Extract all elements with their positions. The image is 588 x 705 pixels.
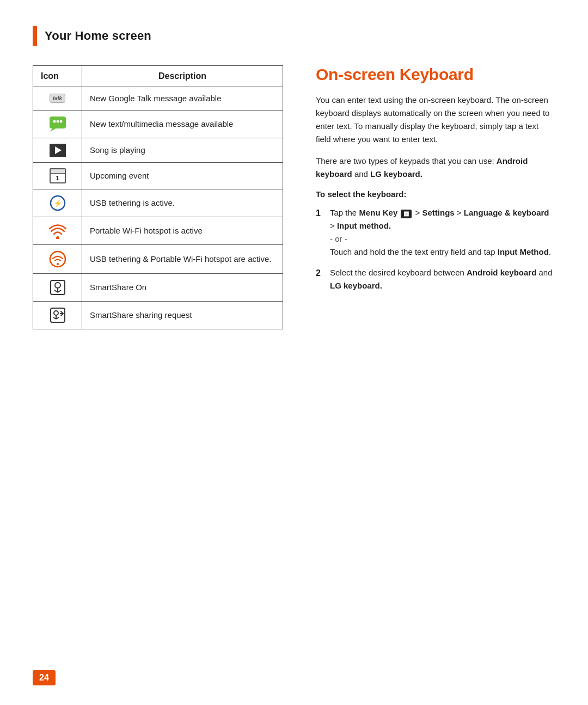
google-talk-icon: talk bbox=[41, 94, 74, 103]
right-column: On-screen Keyboard You can enter text us… bbox=[316, 65, 555, 300]
table-row: ⚡ USB tethering is active. bbox=[33, 189, 283, 217]
table-cell-desc: Song is playing bbox=[82, 138, 283, 162]
smartshare-on-icon bbox=[41, 279, 74, 296]
usb-wifi-icon bbox=[41, 250, 74, 268]
select-keyboard-label: To select the keyboard: bbox=[316, 189, 555, 199]
table-row: Song is playing bbox=[33, 138, 283, 162]
menu-key-icon: ▦ bbox=[401, 210, 412, 218]
orange-bar-decoration bbox=[33, 26, 37, 46]
onscreen-keyboard-heading: On-screen Keyboard bbox=[316, 65, 555, 84]
section-title: Your Home screen bbox=[45, 29, 151, 43]
list-item: 1 Tap the Menu Key ▦ > Settings > Langua… bbox=[316, 206, 555, 259]
section-header: Your Home screen bbox=[33, 26, 555, 46]
table-row: New text/multimedia message available bbox=[33, 110, 283, 138]
step-1-content: Tap the Menu Key ▦ > Settings > Language… bbox=[330, 206, 555, 259]
table-row: 1 Upcoming event bbox=[33, 162, 283, 189]
step-2-content: Select the desired keyboard between Andr… bbox=[330, 266, 555, 292]
table-row: talk New Google Talk message available bbox=[33, 87, 283, 111]
main-content: Icon Description talk New Google Talk me… bbox=[33, 65, 555, 329]
page-number: 24 bbox=[33, 670, 56, 685]
table-row: USB tethering & Portable Wi-Fi hotspot a… bbox=[33, 244, 283, 273]
svg-point-16 bbox=[54, 311, 58, 315]
keyboard2-label: LG keyboard. bbox=[370, 169, 422, 179]
list-item: 2 Select the desired keyboard between An… bbox=[316, 266, 555, 292]
step-number: 2 bbox=[316, 266, 324, 292]
calendar-icon: 1 bbox=[41, 168, 74, 183]
and-text: and bbox=[354, 169, 368, 179]
usb-tether-icon: ⚡ bbox=[41, 195, 74, 211]
steps-list: 1 Tap the Menu Key ▦ > Settings > Langua… bbox=[316, 206, 555, 292]
table-row: SmartShare On bbox=[33, 273, 283, 301]
svg-point-7 bbox=[56, 236, 59, 239]
svg-marker-4 bbox=[50, 128, 56, 132]
table-row: Portable Wi-Fi hotspot is active bbox=[33, 217, 283, 244]
svg-point-11 bbox=[55, 283, 60, 288]
step-number: 1 bbox=[316, 206, 324, 259]
svg-point-1 bbox=[53, 120, 56, 122]
table-cell-desc: USB tethering & Portable Wi-Fi hotspot a… bbox=[82, 244, 283, 273]
icon-table: Icon Description talk New Google Talk me… bbox=[33, 65, 283, 329]
svg-point-3 bbox=[59, 120, 62, 122]
svg-point-9 bbox=[57, 263, 59, 265]
svg-point-2 bbox=[56, 120, 59, 122]
table-cell-desc: USB tethering is active. bbox=[82, 189, 283, 217]
table-cell-desc: Portable Wi-Fi hotspot is active bbox=[82, 217, 283, 244]
smartshare-request-icon bbox=[41, 307, 74, 323]
col-header-icon: Icon bbox=[33, 66, 82, 87]
table-row: SmartShare sharing request bbox=[33, 301, 283, 329]
table-cell-desc: Upcoming event bbox=[82, 162, 283, 189]
types-text: There are two types of keypads that you … bbox=[316, 155, 555, 181]
message-icon bbox=[41, 116, 74, 132]
intro-text: You can enter text using the on-screen k… bbox=[316, 94, 555, 146]
left-column: Icon Description talk New Google Talk me… bbox=[33, 65, 283, 329]
table-cell-desc: SmartShare sharing request bbox=[82, 301, 283, 329]
table-cell-desc: SmartShare On bbox=[82, 273, 283, 301]
play-icon bbox=[41, 144, 74, 157]
table-cell-desc: New Google Talk message available bbox=[82, 87, 283, 111]
or-text: - or - bbox=[330, 234, 347, 243]
col-header-description: Description bbox=[82, 66, 283, 87]
wifi-hotspot-icon bbox=[41, 223, 74, 239]
svg-text:⚡: ⚡ bbox=[53, 199, 63, 208]
table-cell-desc: New text/multimedia message available bbox=[82, 110, 283, 138]
